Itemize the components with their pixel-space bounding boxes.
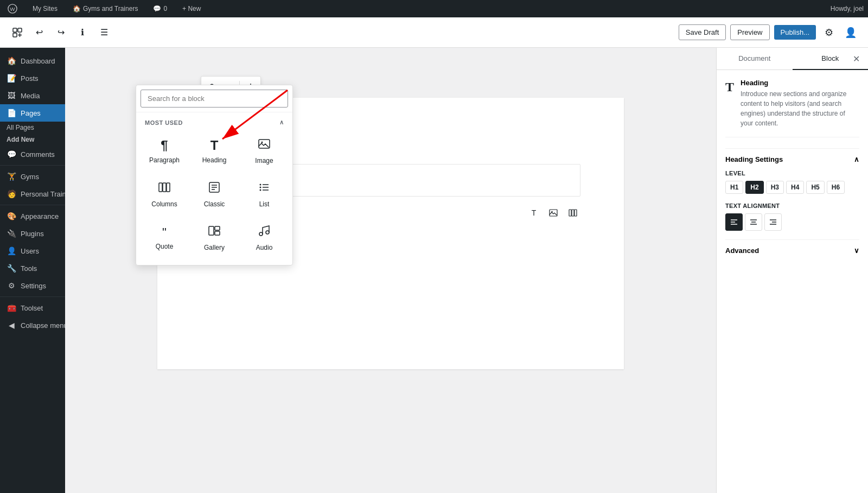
tab-document[interactable]: Document [717,48,793,70]
quote-label: Quote [156,243,174,250]
sidebar-item-users[interactable]: 👤 Users [0,242,65,260]
sidebar-label-appearance: Appearance [21,212,59,220]
sidebar-item-toolset[interactable]: 🧰 Toolset [0,299,65,317]
block-btn-classic[interactable]: Classic [190,174,238,215]
sidebar-item-posts[interactable]: 📝 Posts [0,69,65,87]
paragraph-icon: ¶ [161,138,168,153]
tools-button[interactable]: ☰ [95,24,113,41]
pages-icon: 📄 [7,109,16,117]
admin-bar-right: Howdy, joel [831,5,864,12]
columns-block-btn[interactable] [565,205,580,220]
block-name: Heading [741,79,859,87]
heading-settings-chevron-up: ∧ [854,155,859,163]
new-content-link[interactable]: + New [179,0,204,17]
sidebar-item-personal-trainers[interactable]: 🧑 Personal Trainers [0,185,65,203]
block-btn-image[interactable]: Image [240,130,288,172]
settings-button[interactable]: ⚙ [820,24,838,41]
my-sites-link[interactable]: My Sites [29,0,61,17]
all-pages-link[interactable]: All Pages [0,122,65,134]
new-label: + New [182,5,201,12]
level-label: Level [725,170,859,176]
comments-sidebar-icon: 💬 [7,150,16,159]
text-alignment-label: Text Alignment [725,203,859,209]
admin-bar: W My Sites 🏠 Gyms and Trainers 💬 0 + New… [0,0,868,17]
sidebar-item-plugins[interactable]: 🔌 Plugins [0,225,65,242]
publish-button[interactable]: Publish... [774,25,816,40]
sidebar-item-tools[interactable]: 🔧 Tools [0,260,65,277]
tools-sidebar-icon: 🔧 [7,264,16,273]
most-used-header: Most Used ∧ [141,117,288,128]
inserter-most-used-section: Most Used ∧ ¶ Paragraph T Heading [136,112,292,265]
panel-close-button[interactable]: ✕ [848,51,864,66]
site-name-link[interactable]: 🏠 Gyms and Trainers [69,0,141,17]
level-h1-button[interactable]: H1 [725,181,743,194]
text-block-btn[interactable]: T [526,205,541,220]
user-button[interactable]: 👤 [842,24,859,41]
level-h5-button[interactable]: H5 [806,181,824,194]
sidebar-item-appearance[interactable]: 🎨 Appearance [0,207,65,225]
add-new-link[interactable]: Add New [0,134,65,146]
svg-rect-23 [215,226,220,230]
comments-link[interactable]: 💬 0 [150,0,170,17]
block-btn-list[interactable]: List [240,174,288,215]
dashboard-icon: 🏠 [7,56,16,65]
block-btn-heading[interactable]: T Heading [190,130,238,172]
classic-icon [208,181,221,197]
sidebar-label-dashboard: Dashboard [21,57,55,65]
svg-point-25 [259,232,263,236]
redo-button[interactable]: ↪ [52,24,69,41]
svg-point-21 [260,189,261,191]
quote-icon: " [162,225,167,239]
sidebar-item-comments[interactable]: 💬 Comments [0,146,65,163]
posts-icon: 📝 [7,74,16,83]
level-h6-button[interactable]: H6 [827,181,845,194]
svg-point-26 [266,231,269,234]
my-sites-label: My Sites [33,5,58,12]
heading-settings-label: Heading Settings [725,155,783,163]
wp-logo-link[interactable]: W [4,0,21,17]
sidebar-item-settings[interactable]: ⚙ Settings [0,277,65,294]
audio-label: Audio [256,244,273,251]
block-btn-paragraph[interactable]: ¶ Paragraph [141,130,188,172]
save-draft-button[interactable]: Save Draft [679,24,726,40]
block-btn-quote[interactable]: " Quote [141,217,188,258]
sidebar-item-gyms[interactable]: 🏋 Gyms [0,168,65,185]
block-btn-columns[interactable]: Columns [141,174,188,215]
toggle-inserter-button[interactable] [9,24,26,41]
advanced-section[interactable]: Advanced ∨ [725,239,859,261]
image-block-btn[interactable] [546,205,561,220]
align-left-button[interactable] [725,213,743,231]
sidebar-divider-3 [0,296,65,297]
undo-button[interactable]: ↩ [30,24,48,41]
sidebar-item-media[interactable]: 🖼 Media [0,87,65,104]
search-input[interactable] [141,90,288,108]
panel-tabs: Document Block ✕ [717,48,868,70]
align-right-button[interactable] [764,213,782,231]
preview-button[interactable]: Preview [730,24,769,40]
svg-rect-33 [572,210,574,216]
advanced-chevron-down: ∨ [854,246,859,255]
app-layout: 🏠 Dashboard 📝 Posts 🖼 Media 📄 Pages All … [0,48,868,493]
gyms-icon: 🏋 [7,172,16,181]
block-btn-audio[interactable]: Audio [240,217,288,258]
block-info: T Heading Introduce new sections and org… [725,79,859,137]
block-btn-gallery[interactable]: Gallery [190,217,238,258]
svg-rect-2 [13,28,17,32]
info-button[interactable]: ℹ [74,24,91,41]
sidebar-item-pages[interactable]: 📄 Pages [0,104,65,122]
level-h3-button[interactable]: H3 [766,181,784,194]
level-h4-button[interactable]: H4 [786,181,804,194]
collapse-menu-button[interactable]: ◀ Collapse menu [0,317,65,334]
level-h2-button[interactable]: H2 [745,181,763,194]
heading-settings-header[interactable]: Heading Settings ∧ [725,148,859,170]
sidebar-divider-2 [0,205,65,205]
svg-rect-11 [167,183,170,192]
block-inserter-panel: Most Used ∧ ¶ Paragraph T Heading [136,85,293,266]
svg-rect-24 [215,231,220,235]
collapse-section-icon[interactable]: ∧ [279,119,284,126]
plugins-icon: 🔌 [7,229,16,238]
align-center-button[interactable] [745,213,762,231]
howdy-text: Howdy, joel [831,5,864,12]
sidebar-label-users: Users [21,247,39,255]
sidebar-item-dashboard[interactable]: 🏠 Dashboard [0,52,65,69]
